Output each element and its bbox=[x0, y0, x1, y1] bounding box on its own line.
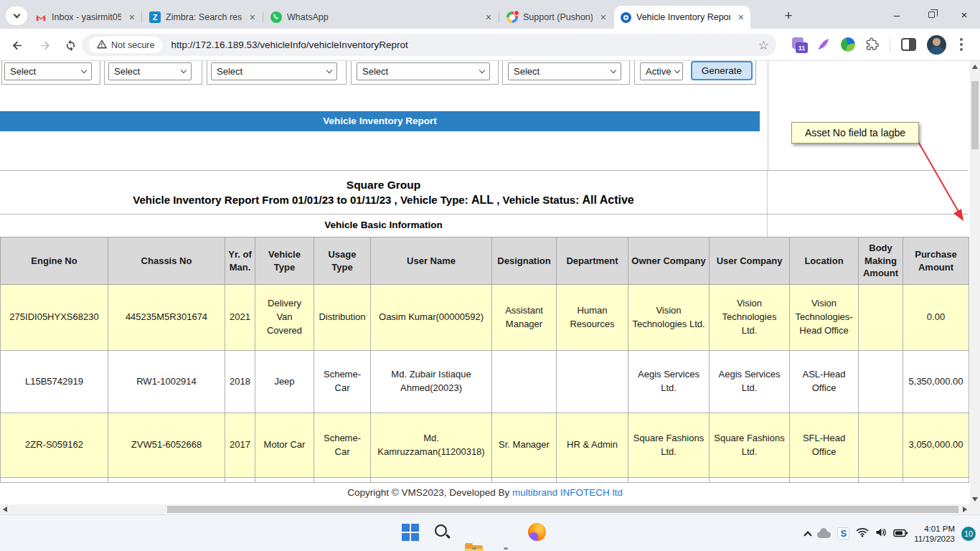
volume-icon[interactable] bbox=[875, 527, 887, 540]
onedrive-icon[interactable] bbox=[817, 532, 831, 538]
table-cell: 5,350,000.00 bbox=[903, 351, 969, 413]
search-button[interactable] bbox=[433, 523, 452, 542]
column-header: Engine No bbox=[1, 237, 108, 285]
battery-icon[interactable] bbox=[893, 527, 908, 540]
notification-badge[interactable]: 10 bbox=[961, 527, 976, 541]
gmail-icon bbox=[35, 11, 47, 23]
clock[interactable]: 4:01 PM 11/19/2023 bbox=[914, 524, 955, 544]
tab-close-icon[interactable]: × bbox=[129, 11, 135, 23]
report-title-block: Square Group Vehicle Inventory Report Fr… bbox=[0, 171, 768, 214]
page-footer: Copyright © VMS2023, Developed By multib… bbox=[0, 487, 970, 498]
tab-close-icon[interactable]: × bbox=[486, 11, 491, 23]
s-tray-icon[interactable]: S bbox=[837, 527, 849, 540]
forward-button[interactable] bbox=[36, 37, 53, 54]
table-cell: Vision Technologies Ltd. bbox=[628, 285, 710, 351]
restore-button[interactable] bbox=[915, 0, 947, 29]
tab-zimbra[interactable]: Z Zimbra: Search results × bbox=[143, 6, 262, 29]
tab-support[interactable]: Support (Pushon) | MIT Wo × bbox=[500, 6, 613, 29]
scroll-up-arrow[interactable] bbox=[972, 65, 978, 69]
company-name: Square Group bbox=[347, 179, 420, 192]
filter-select-1[interactable]: Select bbox=[4, 62, 92, 80]
table-cell bbox=[859, 285, 903, 351]
status-select[interactable]: Active bbox=[640, 62, 683, 80]
feather-extension-icon[interactable] bbox=[816, 37, 831, 55]
table-cell bbox=[1, 478, 108, 483]
table-cell: Md. Kamruzzaman(11200318) bbox=[371, 413, 492, 478]
tray-time: 4:01 PM bbox=[914, 524, 955, 534]
profile-avatar[interactable] bbox=[927, 35, 946, 55]
menu-dots-button[interactable] bbox=[960, 38, 963, 41]
tab-close-icon[interactable]: × bbox=[600, 11, 606, 23]
url-text: http://172.16.189.53/vehicleInfo/vehicle… bbox=[171, 39, 407, 50]
tab-vehicle-inventory-report[interactable]: Vehicle Inventory Report × bbox=[614, 6, 750, 29]
chevron-down-icon bbox=[674, 67, 680, 73]
filter-select-2[interactable]: Select bbox=[108, 62, 192, 80]
new-tab-button[interactable]: + bbox=[779, 6, 798, 25]
table-cell: Square Fashions Ltd. bbox=[628, 413, 710, 478]
column-header: Chassis No bbox=[108, 237, 225, 285]
table-cell: 2ZR-S059162 bbox=[1, 413, 108, 478]
table-cell: 0.00 bbox=[903, 285, 969, 351]
reload-button[interactable] bbox=[62, 37, 79, 54]
idm-extension-icon[interactable] bbox=[841, 37, 855, 52]
table-cell: Scheme-Car bbox=[314, 351, 371, 413]
table-cell: Aegis Services Ltd. bbox=[710, 351, 790, 413]
column-header: Yr. of Man. bbox=[225, 237, 255, 285]
generate-button[interactable]: Generate bbox=[691, 61, 753, 80]
table-cell: ASL-Head Office bbox=[790, 351, 859, 413]
tab-search-button[interactable] bbox=[6, 6, 27, 25]
table-cell: Distribution bbox=[314, 285, 371, 351]
vertical-scrollbar[interactable] bbox=[970, 61, 980, 504]
address-bar[interactable]: Not secure http://172.16.189.53/vehicleI… bbox=[82, 34, 776, 56]
section-title: Vehicle Basic Information bbox=[0, 215, 768, 237]
explorer-button[interactable] bbox=[465, 542, 484, 551]
table-cell: Square Fashions Ltd. bbox=[710, 413, 790, 478]
tray-chevron-icon[interactable] bbox=[804, 531, 812, 539]
column-header: Owner Company bbox=[628, 237, 710, 285]
tab-gmail[interactable]: Inbox - yasirmit05@gmail.c × bbox=[29, 6, 141, 29]
side-panel-button[interactable] bbox=[901, 38, 916, 51]
minimize-button[interactable]: – bbox=[881, 0, 913, 29]
column-header: User Name bbox=[371, 237, 492, 285]
firefox-button[interactable] bbox=[528, 523, 546, 541]
table-cell: SFL-Head Office bbox=[790, 413, 859, 478]
developer-link[interactable]: multibrand INFOTECH ltd bbox=[512, 487, 623, 498]
table-cell bbox=[371, 478, 492, 483]
table-cell: 2017 bbox=[225, 413, 255, 478]
wifi-icon[interactable] bbox=[856, 527, 869, 540]
scroll-right-arrow[interactable] bbox=[963, 507, 967, 512]
scroll-left-arrow[interactable] bbox=[3, 507, 7, 512]
back-button[interactable] bbox=[9, 37, 26, 54]
table-cell bbox=[492, 351, 557, 413]
horizontal-scroll-thumb[interactable] bbox=[167, 506, 958, 513]
vertical-scroll-thumb[interactable] bbox=[971, 81, 979, 149]
filter-select-4[interactable]: Select bbox=[357, 62, 490, 80]
close-button[interactable]: × bbox=[948, 0, 980, 29]
table-cell bbox=[790, 478, 859, 483]
tray-date: 11/19/2023 bbox=[914, 534, 955, 544]
extensions-puzzle-icon[interactable] bbox=[865, 37, 879, 54]
horizontal-scrollbar[interactable] bbox=[0, 504, 970, 514]
start-button[interactable] bbox=[402, 523, 420, 542]
chevron-down-icon bbox=[181, 67, 187, 73]
browser-tab-bar: Inbox - yasirmit05@gmail.c × Z Zimbra: S… bbox=[0, 0, 980, 29]
support-site-icon bbox=[507, 11, 518, 23]
filter-select-3[interactable]: Select bbox=[211, 62, 337, 80]
tab-whatsapp[interactable]: WhatsApp × bbox=[264, 6, 498, 29]
whatsapp-icon bbox=[270, 11, 282, 23]
tab-title: Inbox - yasirmit05@gmail.c bbox=[52, 12, 121, 22]
report-banner-title: Vehicle Inventory Report bbox=[0, 111, 760, 131]
tab-close-icon[interactable]: × bbox=[738, 11, 744, 23]
security-chip[interactable]: Not secure bbox=[89, 37, 162, 53]
bookmark-star-icon[interactable]: ☆ bbox=[758, 38, 769, 52]
scroll-down-arrow[interactable] bbox=[972, 497, 978, 501]
tab-close-icon[interactable]: × bbox=[250, 11, 255, 23]
table-cell: ZVW51-6052668 bbox=[108, 413, 225, 478]
table-cell bbox=[557, 478, 628, 483]
column-header: User Company bbox=[710, 237, 790, 285]
table-cell: Motor Car bbox=[255, 413, 314, 478]
warning-icon bbox=[97, 39, 107, 51]
filter-select-5[interactable]: Select bbox=[508, 62, 621, 80]
table-cell: HR & Admin bbox=[557, 413, 628, 478]
extension-badge-icon[interactable]: 11 bbox=[792, 37, 808, 53]
